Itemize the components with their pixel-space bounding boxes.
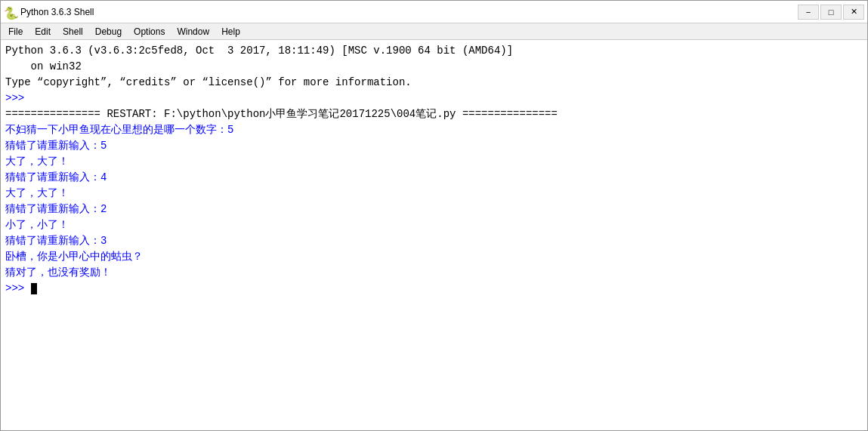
shell-content[interactable]: Python 3.6.3 (v3.6.3:2c5fed8, Oct 3 2017… — [1, 40, 867, 430]
window-controls: − □ ✕ — [798, 5, 864, 20]
menu-help[interactable]: Help — [215, 23, 246, 39]
shell-line: =============== RESTART: F:\python\pytho… — [5, 106, 863, 122]
shell-line: 猜错了请重新输入：2 — [5, 202, 863, 217]
menu-edit[interactable]: Edit — [29, 23, 57, 39]
menu-window[interactable]: Window — [171, 23, 215, 39]
shell-line: 猜错了请重新输入：3 — [5, 233, 863, 249]
window-title: Python 3.6.3 Shell — [20, 7, 94, 17]
shell-line: 大了，大了！ — [5, 154, 863, 170]
menu-shell[interactable]: Shell — [57, 23, 89, 39]
shell-line: 大了，大了！ — [5, 186, 863, 202]
shell-line: on win32 — [5, 59, 863, 75]
shell-line: 猜对了，也没有奖励！ — [5, 265, 863, 281]
title-bar-left: 🐍 Python 3.6.3 Shell — [4, 6, 94, 18]
shell-line: 卧槽，你是小甲心中的蛄虫？ — [5, 249, 863, 265]
minimize-button[interactable]: − — [798, 5, 819, 20]
shell-line: 小了，小了！ — [5, 217, 863, 233]
shell-line: 猜错了请重新输入：5 — [5, 138, 863, 154]
maximize-button[interactable]: □ — [820, 5, 842, 20]
shell-prompt-active[interactable]: >>> — [5, 281, 863, 297]
menu-options[interactable]: Options — [128, 23, 171, 39]
menu-bar: File Edit Shell Debug Options Window Hel… — [1, 23, 867, 40]
shell-line: Type “copyright”, “credits” or “license(… — [5, 75, 863, 91]
menu-debug[interactable]: Debug — [89, 23, 128, 39]
shell-line: Python 3.6.3 (v3.6.3:2c5fed8, Oct 3 2017… — [5, 43, 863, 59]
close-button[interactable]: ✕ — [843, 5, 864, 20]
shell-line: 猜错了请重新输入：4 — [5, 170, 863, 186]
shell-line: 不妇猜一下小甲鱼现在心里想的是哪一个数字：5 — [5, 122, 863, 138]
menu-file[interactable]: File — [2, 23, 29, 39]
python-icon: 🐍 — [4, 6, 16, 18]
shell-prompt: >>> — [5, 91, 863, 106]
text-cursor — [31, 283, 37, 294]
python-shell-window: 🐍 Python 3.6.3 Shell − □ ✕ File Edit She… — [0, 0, 868, 431]
title-bar: 🐍 Python 3.6.3 Shell − □ ✕ — [1, 1, 867, 23]
